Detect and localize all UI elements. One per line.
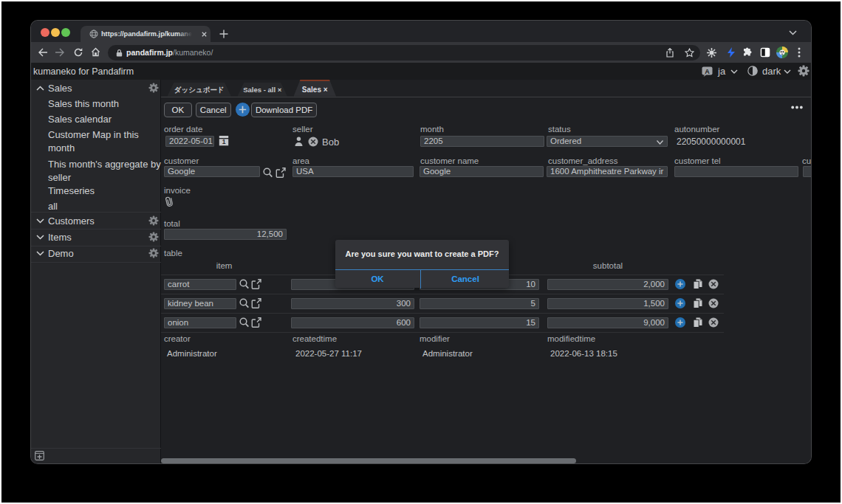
svg-text:A: A: [705, 68, 710, 75]
svg-text:1: 1: [222, 138, 226, 145]
